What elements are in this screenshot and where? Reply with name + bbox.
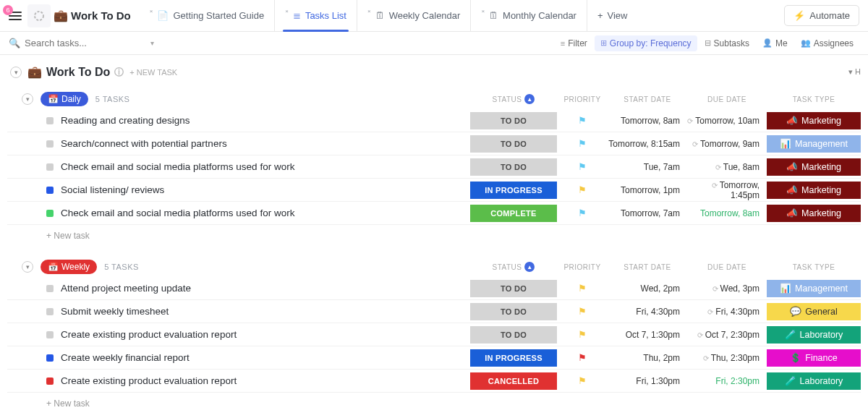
- group-chip[interactable]: 📅Weekly: [41, 260, 97, 274]
- status-pill[interactable]: TO DO: [470, 280, 557, 297]
- tab-tasks-list[interactable]: ×≣Tasks List: [275, 0, 357, 31]
- automate-button[interactable]: ⚡ Automate: [784, 5, 859, 26]
- collapse-list-button[interactable]: ▾: [10, 67, 22, 78]
- task-type-pill[interactable]: 💲Finance: [767, 349, 861, 367]
- start-date[interactable]: Wed, 2pm: [608, 283, 687, 294]
- start-date[interactable]: Tomorrow, 8am: [608, 116, 687, 126]
- status-pill[interactable]: COMPLETE: [470, 205, 557, 222]
- subtasks-button[interactable]: ⊟Subtasks: [699, 35, 755, 51]
- col-due[interactable]: DUE DATE: [687, 263, 767, 271]
- task-type-pill[interactable]: 📣Marketing: [767, 205, 861, 222]
- tab-monthly-calendar[interactable]: ×🗓Monthly Calendar: [471, 0, 587, 31]
- task-type-pill[interactable]: 🧪Laboratory: [767, 372, 861, 390]
- status-square[interactable]: [46, 187, 54, 194]
- status-square[interactable]: [46, 308, 54, 315]
- me-button[interactable]: 👤Me: [757, 35, 793, 51]
- tab-getting-started-guide[interactable]: ×📄Getting Started Guide: [140, 0, 275, 31]
- priority-cell[interactable]: ⚑: [557, 208, 608, 218]
- task-name[interactable]: Create weekly financial report: [61, 352, 470, 363]
- status-pill[interactable]: TO DO: [470, 303, 557, 320]
- task-row[interactable]: Create weekly financial reportIN PROGRES…: [7, 346, 861, 370]
- start-date[interactable]: Tomorrow, 8:15am: [608, 139, 687, 149]
- due-date[interactable]: ⟳Tomorrow, 1:45pm: [687, 180, 767, 200]
- start-date[interactable]: Tomorrow, 7am: [608, 208, 687, 218]
- priority-cell[interactable]: ⚑: [557, 184, 608, 195]
- task-name[interactable]: Check email and social media platforms u…: [61, 208, 470, 218]
- hide-columns-button[interactable]: ▾ H: [848, 67, 861, 77]
- priority-cell[interactable]: ⚑: [557, 138, 608, 149]
- col-due[interactable]: DUE DATE: [687, 95, 767, 103]
- col-priority[interactable]: PRIORITY: [557, 263, 608, 271]
- col-start[interactable]: START DATE: [608, 263, 687, 271]
- search-input[interactable]: [25, 38, 146, 48]
- status-square[interactable]: [46, 140, 54, 148]
- due-date[interactable]: Tomorrow, 8am: [687, 208, 767, 218]
- status-square[interactable]: [46, 378, 54, 385]
- start-date[interactable]: Fri, 1:30pm: [608, 376, 687, 386]
- group-by-button[interactable]: ⊞Group by: Frequency: [595, 35, 697, 51]
- col-start[interactable]: START DATE: [608, 95, 687, 103]
- task-row[interactable]: Create existing product evaluation repor…: [7, 370, 861, 393]
- priority-cell[interactable]: ⚑: [557, 306, 608, 317]
- task-type-pill[interactable]: 📣Marketing: [767, 112, 861, 129]
- tab-weekly-calendar[interactable]: ×🗓Weekly Calendar: [357, 0, 471, 31]
- task-type-pill[interactable]: 📊Management: [767, 135, 861, 153]
- status-pill[interactable]: TO DO: [470, 135, 557, 153]
- task-row[interactable]: Submit weekly timesheetTO DO⚑Fri, 4:30pm…: [7, 300, 861, 323]
- priority-cell[interactable]: ⚑: [557, 329, 608, 340]
- status-pill[interactable]: IN PROGRESS: [470, 182, 557, 199]
- col-status[interactable]: STATUS ▲: [470, 94, 557, 104]
- priority-cell[interactable]: ⚑: [557, 375, 608, 386]
- new-task-link[interactable]: + NEW TASK: [129, 68, 177, 77]
- priority-cell[interactable]: ⚑: [557, 115, 608, 126]
- status-square[interactable]: [46, 210, 54, 217]
- task-name[interactable]: Social listening/ reviews: [61, 184, 470, 195]
- start-date[interactable]: Oct 7, 1:30pm: [608, 330, 687, 340]
- due-date[interactable]: ⟳Thu, 2:30pm: [687, 353, 767, 363]
- task-name[interactable]: Search/connect with potential partners: [61, 138, 470, 149]
- chevron-down-icon[interactable]: ▾: [150, 39, 154, 47]
- priority-cell[interactable]: ⚑: [557, 161, 608, 172]
- add-task-button[interactable]: + New task: [7, 225, 861, 244]
- col-type[interactable]: TASK TYPE: [767, 95, 861, 103]
- status-pill[interactable]: TO DO: [470, 326, 557, 344]
- due-date[interactable]: ⟳Wed, 3pm: [687, 283, 767, 294]
- start-date[interactable]: Fri, 4:30pm: [608, 307, 687, 317]
- col-priority[interactable]: PRIORITY: [557, 95, 608, 103]
- task-row[interactable]: Check email and social media platforms u…: [7, 155, 861, 179]
- info-icon[interactable]: ⓘ: [114, 66, 124, 79]
- status-square[interactable]: [46, 354, 54, 362]
- due-date[interactable]: Fri, 2:30pm: [687, 376, 767, 386]
- status-pill[interactable]: TO DO: [470, 112, 557, 129]
- task-row[interactable]: Reading and creating designsTO DO⚑Tomorr…: [7, 109, 861, 132]
- task-type-pill[interactable]: 📣Marketing: [767, 158, 861, 176]
- priority-cell[interactable]: ⚑: [557, 352, 608, 363]
- due-date[interactable]: ⟳Tomorrow, 9am: [687, 139, 767, 149]
- status-square[interactable]: [46, 331, 54, 338]
- task-name[interactable]: Attend project meeting update: [61, 283, 470, 294]
- task-type-pill[interactable]: 📊Management: [767, 280, 861, 297]
- start-date[interactable]: Thu, 2pm: [608, 353, 687, 363]
- add-task-button[interactable]: + New task: [7, 393, 861, 411]
- task-row[interactable]: Attend project meeting updateTO DO⚑Wed, …: [7, 277, 861, 300]
- priority-cell[interactable]: ⚑: [557, 283, 608, 294]
- status-square[interactable]: [46, 163, 54, 171]
- due-date[interactable]: ⟳Tue, 8am: [687, 162, 767, 172]
- due-date[interactable]: ⟳Oct 7, 2:30pm: [687, 330, 767, 340]
- task-name[interactable]: Check email and social media platforms u…: [61, 161, 470, 172]
- status-pill[interactable]: CANCELLED: [470, 372, 557, 390]
- task-type-pill[interactable]: 🧪Laboratory: [767, 326, 861, 344]
- filter-button[interactable]: ≡Filter: [555, 35, 593, 51]
- status-pill[interactable]: IN PROGRESS: [470, 349, 557, 367]
- due-date[interactable]: ⟳Tomorrow, 10am: [687, 116, 767, 126]
- col-status[interactable]: STATUS ▲: [470, 262, 557, 272]
- task-type-pill[interactable]: 💬General: [767, 303, 861, 320]
- collapse-group-button[interactable]: ▾: [22, 93, 33, 105]
- task-row[interactable]: Search/connect with potential partnersTO…: [7, 132, 861, 155]
- status-square[interactable]: [46, 285, 54, 292]
- menu-button[interactable]: 6: [6, 8, 25, 24]
- task-name[interactable]: Create existing product evaluation repor…: [61, 329, 470, 340]
- task-name[interactable]: Create existing product evaluation repor…: [61, 375, 470, 386]
- task-name[interactable]: Submit weekly timesheet: [61, 306, 470, 317]
- task-row[interactable]: Social listening/ reviewsIN PROGRESS⚑Tom…: [7, 179, 861, 202]
